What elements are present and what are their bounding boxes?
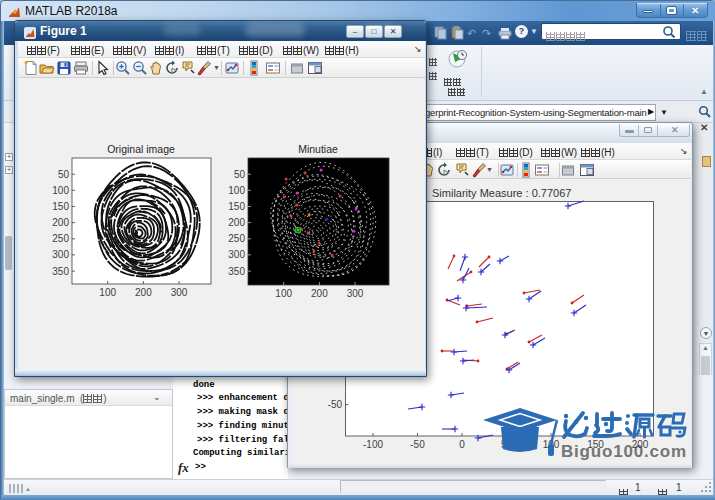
svg-text:200: 200 [135,287,152,298]
svg-text:200: 200 [52,217,69,228]
svg-text:300: 300 [171,287,188,298]
svg-text:-50: -50 [328,399,343,410]
svg-text:-100: -100 [363,439,383,450]
svg-text:300: 300 [347,288,364,299]
svg-text:0: 0 [459,439,465,450]
svg-text:Minutiae: Minutiae [298,143,338,155]
svg-text:300: 300 [228,249,245,260]
svg-text:200: 200 [632,439,649,450]
svg-text:Original image: Original image [107,143,175,155]
svg-text:250: 250 [228,233,245,244]
svg-text:Biguo100.com: Biguo100.com [561,442,687,461]
svg-text:Similarity Measure : 0.77067: Similarity Measure : 0.77067 [432,187,571,199]
svg-text:350: 350 [52,266,69,277]
svg-text:150: 150 [228,201,245,212]
svg-text:300: 300 [52,249,69,260]
svg-text:50: 50 [234,169,246,180]
svg-text:250: 250 [52,233,69,244]
svg-text:200: 200 [311,288,328,299]
svg-text:50: 50 [58,169,70,180]
svg-text:100: 100 [99,287,116,298]
svg-text:100: 100 [52,185,69,196]
svg-text:100: 100 [228,185,245,196]
svg-text:150: 150 [587,439,604,450]
svg-text:200: 200 [228,217,245,228]
svg-text:350: 350 [228,266,245,277]
svg-text:-50: -50 [410,439,425,450]
svg-text:100: 100 [275,288,292,299]
svg-text:150: 150 [52,201,69,212]
